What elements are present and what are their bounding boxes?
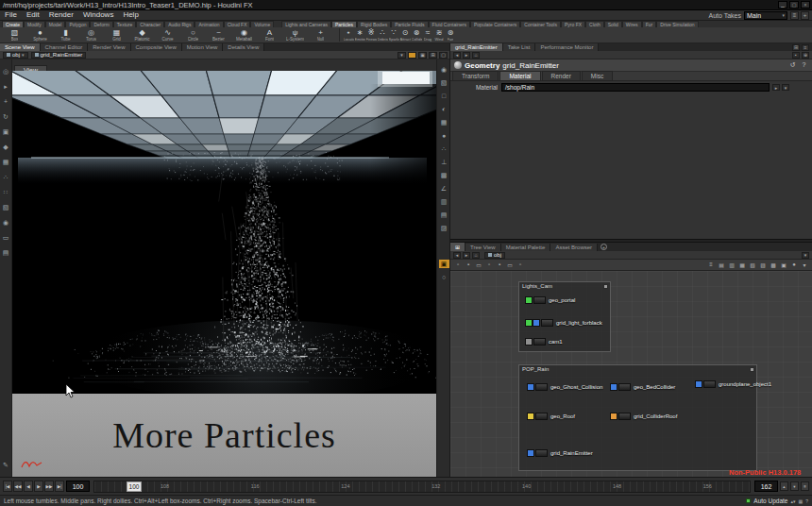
pane-tab[interactable]: Tree View (465, 244, 501, 251)
chevron-down-icon[interactable]: ▾ (802, 252, 809, 259)
node-flag[interactable] (525, 338, 533, 346)
auto-update-selector[interactable]: Auto Update (753, 498, 787, 504)
node-jump-icon[interactable]: ▸ (772, 84, 780, 91)
node-body[interactable] (533, 338, 546, 346)
shelf-tool-sparks[interactable]: ∵ Sparks (388, 28, 399, 42)
netbox-collapse-button[interactable] (603, 284, 608, 289)
shelf-tool-tube[interactable]: ▮ Tube (53, 28, 78, 42)
pane-split-icon[interactable]: ⊞ (429, 52, 437, 59)
shelf-tab[interactable]: Lights and Cameras (281, 21, 331, 27)
node-body[interactable] (535, 383, 548, 391)
node-body[interactable] (703, 380, 716, 388)
shelf-tab[interactable]: Texture (113, 21, 136, 27)
shelf-tab[interactable]: Container Tools (520, 21, 561, 27)
node-body[interactable] (535, 413, 548, 420)
snap-edge-icon[interactable]: ∷ (1, 188, 11, 196)
node-body[interactable] (541, 319, 553, 327)
pose-tool-icon[interactable]: ◆ (1, 143, 11, 151)
shelf-tool-box[interactable]: ▧ Box (2, 28, 27, 42)
net-display-list-icon[interactable]: ≡ (707, 261, 715, 268)
pane-tab[interactable]: Composite View (131, 43, 182, 51)
node-flag[interactable] (610, 413, 617, 420)
shelf-tab[interactable]: Particles (331, 21, 357, 27)
grid-toggle-icon[interactable]: ▩ (439, 171, 449, 179)
shelf-tab[interactable]: Fur (642, 21, 657, 27)
home-icon[interactable]: ⌂ (472, 252, 480, 259)
network-canvas[interactable]: Lights_Cam geo_portal grid_light_forblac… (450, 271, 812, 477)
node-flag[interactable] (527, 449, 534, 457)
playbar-options-icon[interactable]: ≡ (801, 481, 809, 491)
shelf-tab[interactable]: Solid (604, 21, 622, 27)
node-body[interactable] (533, 296, 546, 304)
pane-tab[interactable]: Channel Editor (41, 43, 89, 51)
node-flag[interactable] (525, 319, 533, 327)
pane-tab[interactable]: Details View (223, 43, 264, 51)
update-mode-arrows-icon[interactable]: ▴▾ (790, 498, 795, 504)
shelf-tool-sphere[interactable]: ● Sphere (27, 28, 53, 42)
view-tool-icon[interactable]: ◎ (1, 67, 11, 76)
render-region-icon[interactable]: ▭ (1, 233, 11, 242)
menu-item[interactable]: Help (118, 10, 143, 20)
parameter-tab[interactable]: Misc (582, 71, 613, 80)
net-display-6-icon[interactable]: ▩ (770, 261, 777, 268)
background-image-icon[interactable]: ▨ (439, 224, 449, 232)
flipbook-icon[interactable]: ▤ (1, 248, 11, 257)
parameter-tab[interactable]: Transform (452, 71, 499, 80)
chevron-down-icon[interactable]: ▾ (398, 52, 406, 59)
menu-item[interactable]: Edit (22, 10, 44, 20)
shelf-tab[interactable]: Particle Fluids (391, 21, 428, 27)
shelf-tool-emitter[interactable]: ∗ Emitter (354, 28, 365, 42)
pane-split-icon[interactable]: ⊞ (792, 44, 800, 51)
node-body[interactable] (618, 413, 631, 420)
jump-end-button[interactable]: ▶| (55, 481, 64, 492)
snapshot-icon[interactable]: ▤ (439, 211, 449, 219)
grease-pencil-icon[interactable]: ✎ (1, 461, 11, 469)
network-node[interactable]: geo_BedCollider (610, 382, 675, 392)
shelf-tab[interactable]: Cloud FX (224, 21, 251, 27)
shelf-tool-fan[interactable]: ⊛ Fan (445, 28, 456, 42)
view-layout-icon[interactable]: □ (439, 92, 449, 100)
shelf-tab[interactable]: Pyro FX (561, 21, 585, 27)
new-tab-icon[interactable]: + (601, 244, 607, 250)
pane-tab[interactable]: Motion View (182, 43, 224, 51)
network-node[interactable]: geo_portal (525, 295, 575, 305)
node-flag[interactable] (527, 383, 534, 391)
timeline[interactable]: 108116124132140148156 100 (93, 481, 751, 493)
node-flag[interactable] (610, 383, 617, 391)
shelf-tool-collide[interactable]: ⊗ Collide (411, 28, 422, 42)
gear-icon[interactable]: ⊕ (802, 52, 809, 59)
shelf-tab[interactable]: Populate Containers (470, 21, 520, 27)
frame-step-up-icon[interactable]: ▴ (780, 481, 788, 491)
path-crumb-obj[interactable]: obj ▾ (3, 52, 28, 59)
net-display-2-icon[interactable]: ▥ (728, 261, 736, 268)
node-body[interactable] (535, 449, 548, 457)
net-display-1-icon[interactable]: ▤ (718, 261, 725, 268)
shading-mode-icon[interactable]: ◐ (439, 105, 449, 113)
scale-tool-icon[interactable]: ▣ (1, 127, 11, 136)
net-display-8-icon[interactable]: ● (790, 261, 798, 268)
network-box-lights-cam[interactable]: Lights_Cam geo_portal grid_light_forblac… (518, 281, 611, 352)
network-path-crumb[interactable]: obj (484, 252, 505, 259)
maximize-button[interactable]: ▢ (789, 1, 799, 8)
play-reverse-button[interactable]: ◀ (24, 481, 33, 492)
shelf-tool-location[interactable]: ⋆ Location (343, 28, 354, 42)
netbox-collapse-button[interactable] (750, 367, 754, 372)
net-color-icon[interactable]: ▪ (465, 261, 472, 268)
next-key-button[interactable]: ▶▶ (44, 481, 54, 492)
shelf-tab[interactable]: Model (45, 21, 66, 27)
shelf-tool-null[interactable]: + Null (308, 28, 333, 42)
network-node[interactable]: geo_Ghost_Collision (527, 382, 602, 392)
node-flag[interactable] (695, 380, 702, 388)
help-icon[interactable]: ? (800, 61, 808, 69)
pane-tab[interactable]: grid_RainEmitter (450, 43, 503, 51)
memory-icon[interactable]: ▦ (798, 498, 803, 504)
shelf-tab[interactable]: Fluid Containers (429, 21, 470, 27)
minimize-button[interactable]: ▁ (778, 1, 787, 8)
shelf-tool-grid[interactable]: ▦ Grid (104, 28, 129, 42)
pane-tab[interactable]: Render View (88, 43, 130, 51)
forward-icon[interactable]: ▸ (463, 52, 470, 59)
back-icon[interactable]: ◂ (453, 252, 461, 259)
snap-grid-icon[interactable]: ▦ (1, 158, 11, 166)
shelf-tab[interactable]: Create (2, 21, 24, 27)
tab-network-editor[interactable]: ⊞ (450, 243, 465, 251)
